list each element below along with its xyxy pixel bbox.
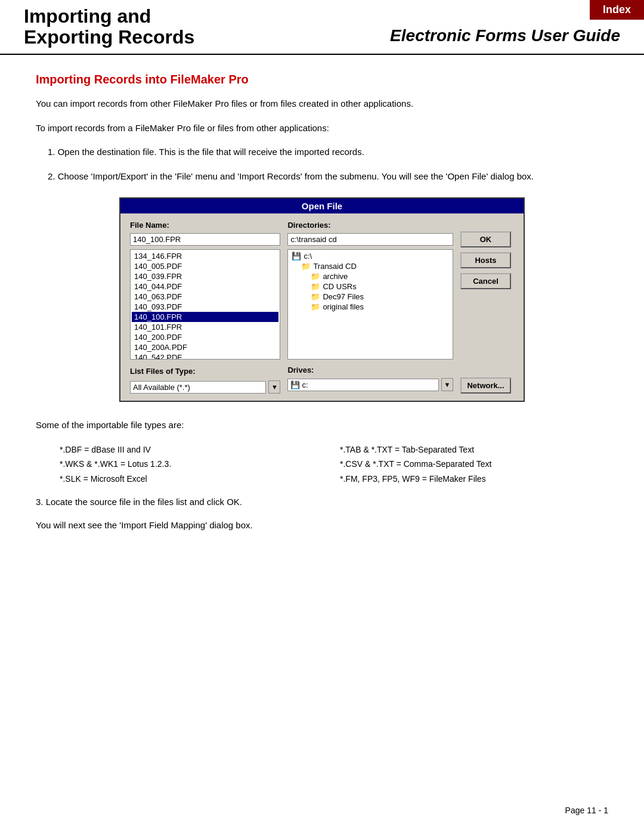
hosts-button[interactable]: Hosts <box>460 252 511 268</box>
file-list-item[interactable]: 140_200.PDF <box>132 332 278 342</box>
file-name-input[interactable] <box>130 233 280 246</box>
network-button[interactable]: Network... <box>460 377 511 394</box>
file-types-intro: Some of the importable file types are: <box>36 419 608 432</box>
step1: 1. Open the destination file. This is th… <box>36 145 608 159</box>
list-type-dropdown[interactable]: ▼ <box>268 380 280 394</box>
file-list-item[interactable]: 140_093.PDF <box>132 302 278 312</box>
directories-path: c:\transaid cd <box>287 233 453 246</box>
drives-row: 💾 c: ▼ <box>287 378 453 391</box>
para2: To import records from a FileMaker Pro f… <box>36 122 608 135</box>
file-list[interactable]: 134_146.FPR140_005.PDF140_039.FPR140_044… <box>130 249 280 360</box>
file-type-right-2: *.CSV & *.TXT = Comma-Separated Text <box>340 457 608 470</box>
ok-button[interactable]: OK <box>460 231 511 247</box>
list-type-row: ▼ <box>130 380 280 394</box>
dialog-box: Open File File Name: 134_146.FPR140_005.… <box>119 197 525 402</box>
file-list-item[interactable]: 134_146.FPR <box>132 251 278 261</box>
dir-list-item[interactable]: 📁CD USRs <box>289 281 451 292</box>
file-list-item[interactable]: 140_200A.PDF <box>132 342 278 352</box>
step2: 2. Choose 'Import/Export' in the 'File' … <box>36 170 608 184</box>
dialog-body: File Name: 134_146.FPR140_005.PDF140_039… <box>120 213 524 401</box>
page-header: Importing and Exporting Records Electron… <box>0 0 644 55</box>
file-type-left-3: *.SLK = Microsoft Excel <box>60 472 328 485</box>
file-type-left-1: *.DBF = dBase III and IV <box>60 443 328 456</box>
drives-label: Drives: <box>287 366 453 374</box>
file-list-item[interactable]: 140_044.PDF <box>132 281 278 292</box>
dialog-middle-panel: Directories: c:\transaid cd 💾c:\📁Transai… <box>287 221 453 394</box>
file-list-item[interactable]: 140_005.PDF <box>132 261 278 271</box>
drives-value: c: <box>302 380 308 389</box>
file-type-right-1: *.TAB & *.TXT = Tab-Separated Text <box>340 443 608 456</box>
file-list-item[interactable]: 140_100.FPR <box>132 312 278 322</box>
drive-icon: 💾 <box>290 380 300 389</box>
open-file-dialog: Open File File Name: 134_146.FPR140_005.… <box>119 197 525 402</box>
directories-label: Directories: <box>287 221 453 230</box>
file-types-grid: *.DBF = dBase III and IV *.TAB & *.TXT =… <box>36 443 608 485</box>
dir-list-item[interactable]: 📁original files <box>289 302 451 312</box>
dialog-left-panel: File Name: 134_146.FPR140_005.PDF140_039… <box>130 221 280 394</box>
dialog-titlebar: Open File <box>120 199 524 213</box>
main-content: Importing Records into FileMaker Pro You… <box>0 55 644 565</box>
header-left: Importing and Exporting Records <box>24 6 194 48</box>
file-list-item[interactable]: 140_039.FPR <box>132 271 278 281</box>
cancel-button[interactable]: Cancel <box>460 273 511 289</box>
index-button[interactable]: Index <box>590 0 644 20</box>
drives-dropdown[interactable]: ▼ <box>441 378 453 391</box>
file-list-item[interactable]: 140_101.FPR <box>132 322 278 332</box>
list-type-label: List Files of Type: <box>130 367 280 376</box>
file-type-right-3: *.FM, FP3, FP5, WF9 = FileMaker Files <box>340 472 608 485</box>
file-type-left-2: *.WKS & *.WK1 = Lotus 1.2.3. <box>60 457 328 470</box>
para1: You can import records from other FileMa… <box>36 97 608 111</box>
title-line2: Exporting Records <box>24 27 194 48</box>
step3: 3. Locate the source file in the files l… <box>36 496 608 509</box>
dir-list-item[interactable]: 💾c:\ <box>289 251 451 261</box>
step4: You will next see the 'Import Field Mapp… <box>36 519 608 532</box>
title-line1: Importing and <box>24 6 194 27</box>
page-number: Page 11 - 1 <box>565 806 608 815</box>
section-title: Importing Records into FileMaker Pro <box>36 73 608 86</box>
dialog-right-panel: OK Hosts Cancel Network... <box>460 221 514 394</box>
list-type-input[interactable] <box>130 381 266 394</box>
dir-list[interactable]: 💾c:\📁Transaid CD📁archive📁CD USRs📁Dec97 F… <box>287 249 453 360</box>
file-name-label: File Name: <box>130 221 280 230</box>
dir-list-item[interactable]: 📁Dec97 Files <box>289 292 451 302</box>
file-list-item[interactable]: 140_063.PDF <box>132 292 278 302</box>
dir-list-item[interactable]: 📁Transaid CD <box>289 261 451 271</box>
dir-list-item[interactable]: 📁archive <box>289 271 451 281</box>
file-list-item[interactable]: 140_542.PDF <box>132 352 278 360</box>
header-subtitle: Electronic Forms User Guide <box>390 26 620 48</box>
